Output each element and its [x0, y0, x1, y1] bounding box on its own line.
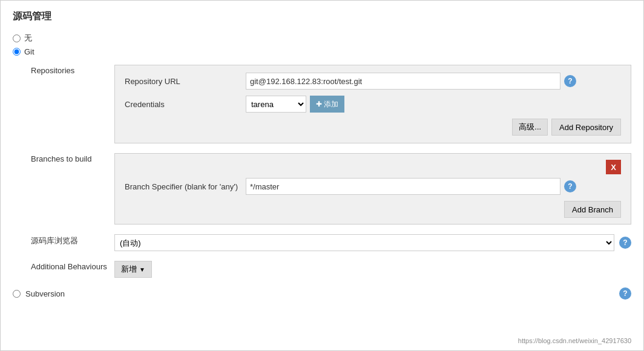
repositories-section: Repositories Repository URL ? Credential… — [13, 65, 631, 143]
branches-panel: X Branch Specifier (blank for 'any') ? A… — [114, 153, 631, 225]
radio-none-group: 无 — [13, 33, 631, 44]
footer-link: https://blog.csdn.net/weixin_42917630 — [518, 337, 631, 344]
advanced-button[interactable]: 高级... — [512, 119, 548, 136]
section-title: 源码管理 — [13, 10, 631, 23]
repo-url-input[interactable] — [246, 73, 560, 90]
additional-section: Additional Behaviours 新增 ▼ — [13, 261, 631, 278]
radio-git[interactable] — [13, 48, 21, 56]
source-browser-select[interactable]: (自动) — [114, 234, 614, 251]
radio-subversion[interactable] — [13, 290, 21, 298]
branch-specifier-input[interactable] — [246, 178, 560, 195]
branch-actions: Add Branch — [125, 201, 621, 218]
radio-none-label: 无 — [24, 33, 32, 44]
radio-git-group: Git — [13, 47, 631, 56]
repo-url-help-icon[interactable]: ? — [564, 75, 576, 87]
repo-url-row: Repository URL ? — [125, 73, 621, 90]
branch-specifier-help-icon[interactable]: ? — [564, 180, 576, 192]
branches-section: Branches to build X Branch Specifier (bl… — [13, 153, 631, 225]
subversion-help-icon[interactable]: ? — [619, 287, 631, 300]
branch-header: X — [125, 160, 621, 174]
branches-content: X Branch Specifier (blank for 'any') ? A… — [114, 153, 631, 225]
add-behaviour-label: 新增 — [121, 264, 137, 275]
radio-subversion-group: Subversion ? — [13, 287, 631, 300]
source-browser-help-icon[interactable]: ? — [619, 237, 631, 249]
radio-none[interactable] — [13, 34, 21, 42]
credentials-controls: tarena ✚ 添加 — [246, 96, 344, 113]
repo-url-label: Repository URL — [125, 77, 246, 86]
add-branch-button[interactable]: Add Branch — [564, 201, 621, 218]
radio-git-label: Git — [24, 47, 34, 56]
delete-branch-button[interactable]: X — [606, 160, 621, 174]
repositories-content: Repository URL ? Credentials tarena ✚ 添加 — [114, 65, 631, 143]
page-container: 源码管理 无 Git Repositories Repository URL ?… — [0, 0, 644, 351]
branches-label: Branches to build — [13, 153, 110, 163]
source-browser-label: 源码库浏览器 — [13, 234, 110, 246]
repo-actions: 高级... Add Repository — [125, 119, 621, 136]
additional-content: 新增 ▼ — [114, 261, 631, 278]
repositories-panel: Repository URL ? Credentials tarena ✚ 添加 — [114, 65, 631, 143]
radio-subversion-label: Subversion — [25, 289, 65, 298]
source-browser-section: 源码库浏览器 (自动) ? — [13, 234, 631, 251]
source-browser-content: (自动) ? — [114, 234, 631, 251]
credentials-row: Credentials tarena ✚ 添加 — [125, 96, 621, 113]
credentials-label: Credentials — [125, 100, 246, 109]
dropdown-arrow-icon: ▼ — [139, 266, 145, 273]
branch-specifier-label: Branch Specifier (blank for 'any') — [125, 182, 246, 191]
add-repository-button[interactable]: Add Repository — [551, 119, 621, 136]
add-behaviour-button[interactable]: 新增 ▼ — [114, 261, 152, 278]
credentials-select[interactable]: tarena — [246, 96, 306, 113]
additional-label: Additional Behaviours — [13, 261, 110, 271]
branch-specifier-row: Branch Specifier (blank for 'any') ? — [125, 178, 621, 195]
repositories-label: Repositories — [13, 65, 110, 75]
browser-row: (自动) ? — [114, 234, 631, 251]
add-credential-button[interactable]: ✚ 添加 — [310, 96, 344, 113]
